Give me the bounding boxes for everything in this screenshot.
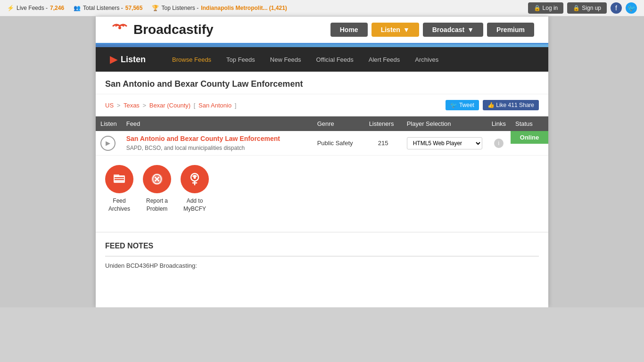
chevron-down-icon-broadcast: ▼ [467, 26, 474, 33]
svg-point-0 [118, 26, 121, 29]
twitter-icon[interactable]: 🐦 [626, 2, 637, 14]
signup-button[interactable]: 🔒 Sign up [567, 2, 607, 14]
svg-rect-4 [115, 179, 124, 180]
nav-official-feeds[interactable]: Official Feeds [309, 49, 361, 70]
live-feeds-count: 7,246 [50, 5, 64, 11]
trophy-icon: 🏆 [152, 5, 159, 11]
add-to-mybcfy-button[interactable]: Add toMyBCFY [181, 165, 209, 213]
social-buttons: 🐦 Tweet 👍 Like 411 Share [446, 100, 539, 110]
feed-notes-section: FEED NOTES Uniden BCD436HP Broadcasting: [96, 232, 548, 279]
play-button[interactable]: ▶ [100, 136, 116, 151]
breadcrumb-us[interactable]: US [105, 102, 114, 109]
nav-top-feeds[interactable]: Top Feeds [219, 49, 263, 70]
logo-text: Broadcastify [133, 22, 214, 37]
nav-archives[interactable]: Archives [407, 49, 446, 70]
info-icon[interactable]: i [494, 139, 504, 148]
lightning-icon: ⚡ [7, 5, 14, 11]
breadcrumb-bracket-open: [ [194, 102, 196, 109]
status-cell: Online [511, 131, 548, 156]
col-listen: Listen [96, 116, 122, 131]
feed-cell: San Antonio and Bexar County Law Enforce… [122, 131, 313, 156]
premium-button[interactable]: Premium [487, 23, 534, 37]
twitter-small-icon: 🐦 [450, 102, 457, 108]
player-select[interactable]: HTML5 Web Player [407, 137, 482, 149]
col-listeners: Listeners [364, 116, 402, 131]
breadcrumb-row: US > Texas > Bexar (County) [ San Antoni… [96, 94, 548, 116]
login-button[interactable]: 🔒 Log in [528, 2, 564, 14]
add-mybcfy-label: Add toMyBCFY [183, 197, 206, 213]
total-listeners-stat: 👥 Total Listeners - 57,565 [74, 5, 142, 11]
listen-nav-title: ▶ Listen [110, 47, 155, 72]
play-arrow-icon: ▶ [110, 54, 117, 65]
top-listeners-stat: 🏆 Top Listeners - Indianapolis Metropoli… [152, 5, 287, 11]
col-player: Player Selection [402, 116, 487, 131]
report-problem-icon [143, 165, 171, 193]
status-badge: Online [511, 131, 548, 144]
svg-rect-3 [115, 177, 124, 178]
listeners-cell: 215 [364, 131, 402, 156]
chevron-down-icon: ▼ [403, 26, 410, 33]
total-listeners-label: Total Listeners - [83, 5, 123, 11]
broadcast-button[interactable]: Broadcast ▼ [423, 23, 483, 37]
live-feeds-stat: ⚡ Live Feeds - 7,246 [7, 5, 64, 11]
feed-archives-label: FeedArchives [108, 197, 130, 213]
genre-cell: Public Safety [313, 131, 364, 156]
feed-description: SAPD, BCSO, and local municipalities dis… [126, 145, 245, 151]
live-feeds-label: Live Feeds - [17, 5, 48, 11]
action-buttons: FeedArchives Report aProblem [96, 156, 548, 222]
breadcrumb-county[interactable]: Bexar (County) [149, 102, 190, 109]
nav-new-feeds[interactable]: New Feeds [263, 49, 309, 70]
report-problem-button[interactable]: Report aProblem [143, 165, 171, 213]
breadcrumb-texas[interactable]: Texas [124, 102, 140, 109]
top-listeners-label: Top Listeners - [161, 5, 198, 11]
nav-alert-feeds[interactable]: Alert Feeds [361, 49, 407, 70]
breadcrumb-city[interactable]: San Antonio [198, 102, 231, 109]
player-selection-cell: HTML5 Web Player [402, 131, 487, 156]
svg-rect-2 [114, 174, 119, 177]
breadcrumb-bracket-close: ] [235, 102, 237, 109]
facebook-icon[interactable]: f [611, 2, 622, 14]
feed-notes-content: Uniden BCD436HP Broadcasting: [105, 262, 539, 269]
feed-archives-button[interactable]: FeedArchives [105, 165, 133, 213]
logo: Broadcastify [110, 22, 214, 37]
facebook-like-button[interactable]: 👍 Like 411 Share [483, 100, 539, 110]
home-button[interactable]: Home [330, 23, 368, 37]
breadcrumb: US > Texas > Bexar (County) [ San Antoni… [105, 102, 238, 109]
svg-point-7 [194, 177, 196, 179]
nav-browse-feeds[interactable]: Browse Feeds [165, 49, 219, 70]
people-icon: 👥 [74, 5, 81, 11]
top-listeners-link[interactable]: Indianapolis Metropolit... (1,421) [201, 5, 287, 11]
page-title: San Antonio and Bexar County Law Enforce… [96, 72, 548, 94]
play-icon: ▶ [106, 140, 110, 147]
feed-name-link[interactable]: San Antonio and Bexar County Law Enforce… [126, 135, 308, 142]
feed-notes-title: FEED NOTES [105, 242, 539, 250]
total-listeners-count: 57,565 [125, 5, 143, 11]
report-problem-label: Report aProblem [146, 197, 168, 213]
broadcastify-logo-icon [110, 22, 130, 37]
lock-icon: 🔒 [534, 5, 541, 11]
feed-row: ▶ San Antonio and Bexar County Law Enfor… [96, 131, 548, 156]
breadcrumb-sep1: > [117, 102, 122, 109]
lock-icon-signup: 🔒 [573, 5, 580, 11]
col-genre: Genre [313, 116, 364, 131]
feed-archives-icon [105, 165, 133, 193]
col-feed: Feed [122, 116, 313, 131]
links-cell: i [487, 131, 511, 156]
col-links: Links [487, 116, 511, 131]
add-mybcfy-icon [181, 165, 209, 193]
tweet-button[interactable]: 🐦 Tweet [446, 100, 479, 110]
col-status: Status [511, 116, 548, 131]
listen-button[interactable]: Listen ▼ [372, 23, 419, 37]
feed-table: Listen Feed Genre Listeners Player Selec… [96, 116, 548, 156]
breadcrumb-sep2: > [143, 102, 148, 109]
feed-notes-divider [105, 256, 539, 256]
